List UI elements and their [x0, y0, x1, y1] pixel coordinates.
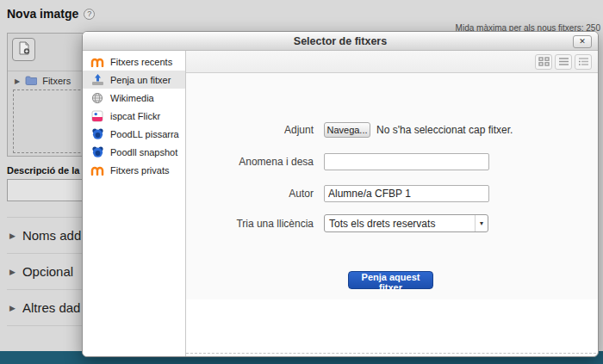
expand-icon[interactable]: ▶: [15, 77, 20, 85]
grid-view-icon: [538, 54, 550, 70]
view-toolbar: [186, 51, 598, 73]
no-file-selected-text: No s'ha seleccionat cap fitxer.: [376, 120, 513, 139]
repo-label: Poodll snapshot: [110, 147, 177, 157]
moodle-icon: [90, 57, 104, 67]
repo-label: Penja un fitxer: [110, 75, 171, 85]
dialog-titlebar[interactable]: Selector de fitxers ✕: [83, 32, 598, 51]
poodll-icon: [90, 127, 104, 140]
help-icon[interactable]: ?: [84, 9, 95, 20]
close-icon: ✕: [579, 38, 586, 46]
repo-item-wikimedia[interactable]: Wikimedia: [83, 89, 185, 107]
dialog-content: Adjunt Navega... No s'ha seleccionat cap…: [186, 51, 598, 356]
repo-item-poodll-snapshot[interactable]: Poodll snapshot: [83, 143, 185, 161]
drag-drop-boundary: [186, 353, 596, 354]
repository-sidebar: Fitxers recents Penja un fitxer Wikimedi…: [83, 51, 186, 356]
upload-icon: [90, 73, 104, 86]
section-label: Opcional: [22, 264, 73, 279]
repo-item-fitxers-privats[interactable]: Fitxers privats: [83, 161, 185, 179]
license-select[interactable]: Tots els drets reservats ▾: [324, 214, 488, 232]
folder-icon: [25, 76, 37, 87]
tree-view-icon: [578, 54, 589, 70]
repo-item-poodll-pissarra[interactable]: PoodLL pissarra: [83, 125, 185, 143]
file-manager-toolbar: [12, 38, 35, 61]
dialog-title: Selector de fitxers: [294, 35, 387, 47]
repo-item-penja-un-fitxer[interactable]: Penja un fitxer: [83, 71, 185, 89]
upload-file-button[interactable]: Penja aquest fitxer: [348, 271, 433, 289]
file-picker-dialog: Selector de fitxers ✕ Fitxers recents Pe…: [82, 31, 599, 357]
repo-label: ispcat Flickr: [110, 111, 160, 121]
expand-icon: ▶: [9, 231, 16, 240]
close-button[interactable]: ✕: [573, 35, 592, 48]
folder-label: Fitxers: [42, 76, 71, 86]
repo-item-ispcat-flickr[interactable]: ispcat Flickr: [83, 107, 185, 125]
flickr-icon: [90, 110, 104, 122]
attachment-row: Adjunt Navega... No s'ha seleccionat cap…: [186, 120, 598, 139]
repo-item-fitxers-recents[interactable]: Fitxers recents: [83, 52, 185, 71]
attachment-label: Adjunt: [186, 120, 314, 139]
author-row: Autor: [186, 184, 598, 203]
repo-label: Fitxers privats: [110, 165, 169, 176]
browse-button[interactable]: Navega...: [324, 122, 370, 138]
license-selected-value: Tots els drets reservats: [325, 218, 475, 230]
chevron-down-icon: ▾: [475, 215, 488, 231]
new-file-icon: [17, 41, 31, 59]
expand-icon: ▶: [9, 304, 16, 312]
page-heading-row: Nova imatge ?: [7, 7, 95, 21]
section-label: Altres dad: [22, 300, 81, 315]
poodll-icon: [90, 145, 104, 158]
tree-view-button[interactable]: [575, 54, 592, 70]
repo-label: Wikimedia: [110, 93, 154, 103]
repo-label: PoodLL pissarra: [110, 129, 179, 139]
moodle-icon: [90, 165, 104, 176]
add-file-button[interactable]: [12, 38, 35, 61]
save-as-input[interactable]: [324, 153, 489, 170]
expand-icon: ▶: [9, 268, 16, 276]
author-label: Autor: [186, 184, 314, 203]
section-label: Noms add: [22, 228, 81, 243]
save-as-label: Anomena i desa: [186, 152, 314, 171]
license-label: Tria una llicència: [186, 214, 314, 233]
list-view-icon: [558, 54, 569, 70]
page-title: Nova imatge: [7, 7, 78, 21]
list-view-button[interactable]: [555, 54, 572, 70]
description-label: Descripció de la: [7, 165, 79, 176]
grid-view-button[interactable]: [535, 54, 552, 70]
globe-icon: [90, 92, 104, 104]
license-row: Tria una llicència Tots els drets reserv…: [186, 214, 598, 233]
save-as-row: Anomena i desa: [186, 152, 598, 171]
repo-label: Fitxers recents: [110, 57, 172, 67]
author-input[interactable]: [324, 185, 489, 202]
